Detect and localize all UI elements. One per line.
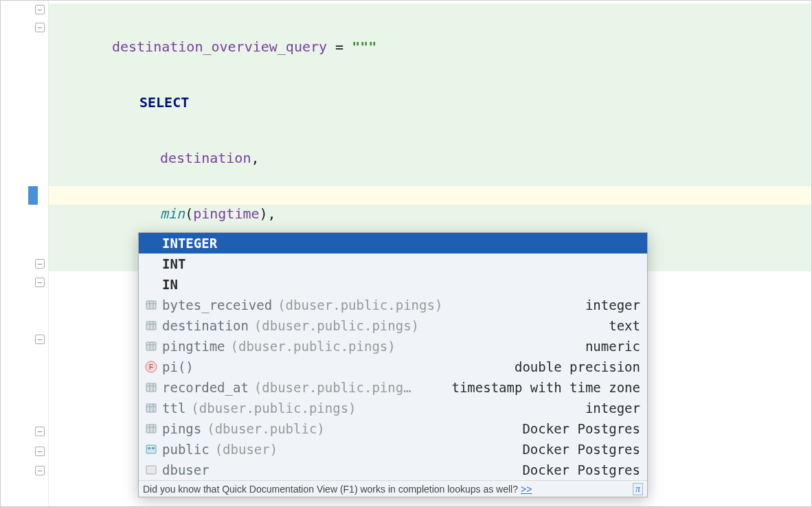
- completion-context: (dbuser.public): [207, 421, 325, 436]
- function-icon: F: [144, 360, 158, 374]
- svg-rect-28: [152, 447, 155, 449]
- column-icon: [144, 422, 158, 436]
- fold-marker-icon[interactable]: [35, 23, 45, 32]
- gutter: [1, 1, 49, 506]
- pi-icon[interactable]: π: [633, 483, 643, 495]
- completion-item[interactable]: ttl(dbuser.public.pings)integer: [139, 398, 647, 418]
- code-line[interactable]: min(pingtime),: [49, 205, 811, 223]
- column-icon: [144, 381, 158, 394]
- completion-name: pings: [162, 421, 201, 436]
- completion-name: public: [162, 442, 210, 457]
- completion-item[interactable]: pings(dbuser.public)Docker Postgres: [139, 418, 647, 439]
- hint-text: Did you know that Quick Documentation Vi…: [143, 484, 518, 495]
- fold-marker-icon[interactable]: [35, 427, 45, 436]
- keyword-icon: [144, 236, 158, 250]
- completion-item[interactable]: dbuserDocker Postgres: [139, 460, 647, 480]
- svg-rect-0: [146, 301, 156, 309]
- code-line[interactable]: destination,: [49, 149, 811, 168]
- completion-item[interactable]: IN: [139, 274, 647, 295]
- schema-icon: [144, 442, 158, 456]
- fold-marker-icon[interactable]: [35, 5, 45, 14]
- svg-rect-4: [146, 322, 156, 330]
- completion-context: (dbuser.public.pings): [191, 401, 356, 416]
- completion-name: bytes_received: [162, 297, 272, 313]
- editor-frame: destination_overview_query = """ SELECT …: [0, 0, 812, 507]
- completion-type: text: [600, 318, 640, 333]
- keyword-icon: [144, 257, 158, 271]
- completion-type: timestamp with time zone: [443, 380, 640, 395]
- completion-name: ttl: [162, 401, 185, 416]
- svg-rect-18: [146, 404, 156, 412]
- completion-name: pingtime: [162, 339, 225, 354]
- completion-item[interactable]: INT: [139, 254, 647, 274]
- svg-rect-27: [148, 447, 150, 449]
- completion-type: Docker Postgres: [514, 462, 640, 477]
- gutter-selection: [28, 186, 38, 205]
- svg-text:F: F: [149, 363, 154, 371]
- completion-name: pi(): [162, 359, 194, 374]
- column-icon: [144, 319, 158, 333]
- completion-name: INT: [162, 256, 185, 271]
- code-line[interactable]: destination_overview_query = """: [49, 38, 811, 56]
- completion-context: (dbuser.public.pings): [231, 339, 396, 354]
- fold-marker-icon[interactable]: [35, 335, 45, 344]
- completion-name: IN: [162, 277, 178, 292]
- fold-marker-icon[interactable]: [35, 259, 45, 269]
- completion-hint: Did you know that Quick Documentation Vi…: [139, 480, 647, 497]
- completion-item[interactable]: Fpi()double precision: [139, 357, 647, 377]
- completion-item[interactable]: recorded_at(dbuser.public.ping…timestamp…: [139, 377, 647, 398]
- completion-type: integer: [577, 297, 640, 313]
- completion-context: (dbuser.public.ping…: [254, 380, 411, 395]
- completion-type: integer: [577, 401, 640, 416]
- svg-rect-22: [146, 425, 156, 433]
- type-icon: [144, 463, 158, 477]
- completion-context: (dbuser): [215, 442, 278, 457]
- svg-rect-8: [146, 342, 156, 350]
- fold-marker-icon[interactable]: [35, 466, 45, 475]
- fold-marker-icon[interactable]: [35, 278, 45, 287]
- keyword-icon: [144, 278, 158, 291]
- completion-context: (dbuser.public.pings): [278, 297, 442, 313]
- completion-name: dbuser: [162, 462, 210, 477]
- completion-type: Docker Postgres: [514, 421, 640, 436]
- completion-item[interactable]: destination(dbuser.public.pings)text: [139, 315, 647, 336]
- completion-name: recorded_at: [162, 380, 249, 395]
- column-icon: [144, 401, 158, 415]
- completion-name: INTEGER: [162, 236, 217, 251]
- completion-item[interactable]: INTEGER: [139, 233, 647, 254]
- svg-rect-14: [146, 383, 156, 392]
- fold-marker-icon[interactable]: [35, 447, 45, 456]
- completion-popup[interactable]: INTEGERINTINbytes_received(dbuser.public…: [138, 232, 648, 497]
- completion-type: Docker Postgres: [514, 442, 640, 457]
- completion-type: double precision: [506, 359, 640, 374]
- svg-rect-29: [146, 466, 156, 474]
- completion-type: numeric: [577, 339, 640, 354]
- completion-name: destination: [162, 318, 249, 333]
- hint-link[interactable]: >>: [521, 484, 532, 495]
- completion-context: (dbuser.public.pings): [254, 318, 419, 333]
- code-line[interactable]: SELECT: [49, 93, 811, 112]
- column-icon: [144, 298, 158, 312]
- column-icon: [144, 339, 158, 353]
- completion-item[interactable]: public(dbuser)Docker Postgres: [139, 439, 647, 460]
- completion-item[interactable]: pingtime(dbuser.public.pings)numeric: [139, 336, 647, 357]
- completion-item[interactable]: bytes_received(dbuser.public.pings)integ…: [139, 295, 647, 315]
